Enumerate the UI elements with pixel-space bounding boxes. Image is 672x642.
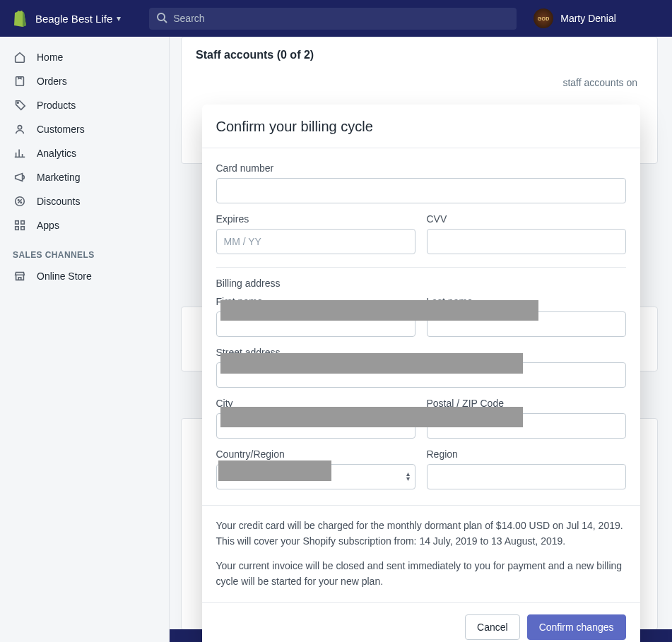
sidebar-item-label: Orders — [37, 76, 67, 87]
confirm-button[interactable]: Confirm changes — [527, 614, 626, 640]
sidebar-item-label: Analytics — [37, 148, 76, 159]
avatar: GOD — [534, 8, 553, 28]
cvv-input[interactable] — [427, 229, 626, 254]
tag-icon — [13, 99, 27, 112]
sidebar-item-label: Apps — [37, 220, 59, 231]
sidebar-item-label: Home — [37, 52, 63, 63]
svg-rect-10 — [16, 227, 19, 230]
home-icon — [13, 51, 27, 64]
sidebar-item-label: Online Store — [37, 271, 92, 282]
sidebar-item-label: Customers — [37, 124, 85, 135]
sidebar-item-marketing[interactable]: Marketing — [0, 165, 169, 189]
svg-point-4 — [18, 126, 21, 129]
expires-input[interactable] — [216, 229, 415, 254]
sidebar-item-label: Discounts — [37, 196, 80, 207]
redacted-block — [218, 460, 331, 481]
svg-rect-11 — [21, 227, 25, 230]
shopify-logo-icon — [11, 10, 28, 27]
region-input[interactable] — [427, 464, 626, 489]
svg-rect-9 — [21, 221, 25, 225]
redacted-block — [220, 407, 523, 427]
sidebar-item-home[interactable]: Home — [0, 45, 169, 69]
cancel-button[interactable]: Cancel — [465, 614, 520, 640]
sidebar-item-orders[interactable]: Orders — [0, 69, 169, 93]
country-label: Country/Region — [216, 448, 415, 460]
sidebar-item-label: Marketing — [37, 172, 80, 183]
sidebar-item-analytics[interactable]: Analytics — [0, 141, 169, 165]
expires-label: Expires — [216, 213, 415, 225]
staff-accounts-title: Staff accounts (0 of 2) — [196, 49, 643, 61]
svg-point-7 — [20, 202, 21, 203]
search-input[interactable] — [173, 13, 509, 24]
storefront-icon — [13, 270, 27, 283]
orders-icon — [13, 75, 27, 88]
store-name-label: Beagle Best Life — [35, 13, 112, 25]
sidebar-item-label: Products — [37, 100, 76, 111]
megaphone-icon — [13, 171, 27, 184]
cvv-label: CVV — [427, 213, 626, 225]
billing-note-1: Your credit card will be charged for the… — [216, 518, 626, 549]
billing-address-label: Billing address — [216, 267, 626, 289]
region-label: Region — [427, 448, 626, 460]
sidebar-item-products[interactable]: Products — [0, 93, 169, 117]
sidebar-section-title: SALES CHANNELS — [0, 237, 169, 264]
search-field[interactable] — [149, 8, 517, 30]
search-icon — [156, 12, 167, 25]
analytics-icon — [13, 147, 27, 160]
card-number-label: Card number — [216, 162, 626, 174]
redacted-block — [220, 300, 538, 321]
modal-title: Confirm your billing cycle — [216, 119, 626, 135]
apps-icon — [13, 219, 27, 232]
chevron-down-icon: ▾ — [117, 13, 121, 23]
svg-rect-8 — [16, 221, 19, 225]
billing-note-2: Your current invoice will be closed and … — [216, 559, 626, 589]
topbar: Beagle Best Life ▾ GOD Marty Denial — [0, 0, 672, 37]
sidebar-item-customers[interactable]: Customers — [0, 117, 169, 141]
svg-point-3 — [17, 102, 18, 104]
card-number-input[interactable] — [216, 178, 626, 203]
svg-point-0 — [158, 13, 165, 20]
redacted-block — [220, 353, 523, 374]
sidebar: Home Orders Products Customers Analytics… — [0, 37, 170, 642]
sidebar-item-online-store[interactable]: Online Store — [0, 264, 169, 288]
sidebar-item-apps[interactable]: Apps — [0, 213, 169, 237]
svg-line-1 — [164, 20, 167, 23]
user-menu[interactable]: GOD Marty Denial — [534, 8, 616, 28]
staff-accounts-desc: staff accounts on — [562, 77, 637, 88]
customers-icon — [13, 123, 27, 136]
discount-icon — [13, 195, 27, 208]
user-name-label: Marty Denial — [560, 13, 616, 24]
store-switcher[interactable]: Beagle Best Life ▾ — [35, 13, 121, 25]
sidebar-item-discounts[interactable]: Discounts — [0, 189, 169, 213]
billing-modal: Confirm your billing cycle Card number E… — [202, 105, 640, 642]
main-content: Staff accounts (0 of 2) staff accounts o… — [170, 37, 672, 642]
svg-point-6 — [18, 199, 18, 200]
